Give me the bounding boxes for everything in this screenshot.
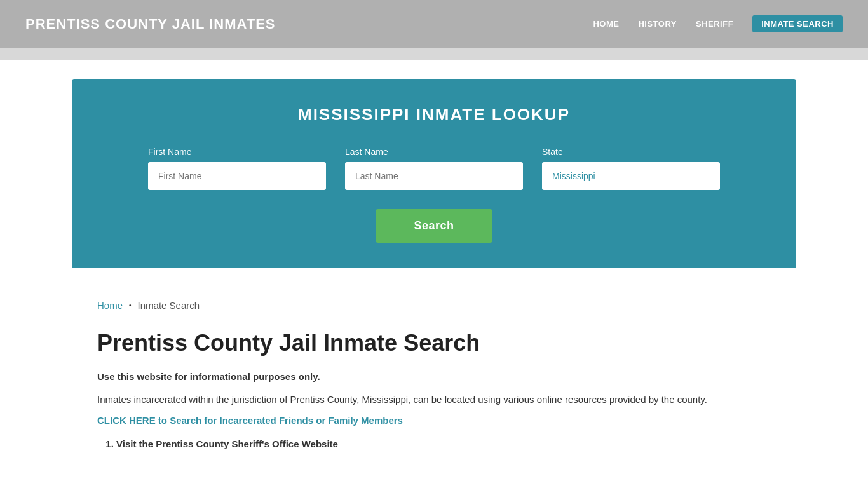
breadcrumb-current: Inmate Search: [138, 300, 200, 311]
state-group: State: [542, 147, 720, 190]
search-fields-container: First Name Last Name State: [110, 147, 758, 190]
list-item-1: Visit the Prentiss County Sheriff's Offi…: [116, 438, 771, 449]
site-title: PRENTISS COUNTY JAIL INMATES: [25, 16, 276, 32]
state-input[interactable]: [542, 162, 720, 190]
click-here-link[interactable]: CLICK HERE to Search for Incarcerated Fr…: [97, 415, 771, 426]
search-section-title: MISSISSIPPI INMATE LOOKUP: [110, 105, 758, 125]
breadcrumb-separator: •: [129, 302, 132, 309]
first-name-input[interactable]: [148, 162, 326, 190]
state-label: State: [542, 147, 720, 157]
main-nav: HOME HISTORY SHERIFF INMATE SEARCH: [593, 15, 843, 32]
steps-list: Visit the Prentiss County Sheriff's Offi…: [97, 438, 771, 449]
last-name-group: Last Name: [345, 147, 523, 190]
first-name-label: First Name: [148, 147, 326, 157]
nav-item-history[interactable]: HISTORY: [638, 19, 677, 29]
search-button[interactable]: Search: [376, 209, 492, 243]
nav-item-home[interactable]: HOME: [593, 19, 619, 29]
breadcrumb-home-link[interactable]: Home: [97, 300, 123, 311]
search-button-wrapper: Search: [110, 209, 758, 243]
search-section: MISSISSIPPI INMATE LOOKUP First Name Las…: [72, 79, 796, 268]
page-title: Prentiss County Jail Inmate Search: [97, 330, 771, 356]
last-name-label: Last Name: [345, 147, 523, 157]
site-header: PRENTISS COUNTY JAIL INMATES HOME HISTOR…: [0, 0, 868, 48]
nav-item-sheriff[interactable]: SHERIFF: [696, 19, 733, 29]
sub-header-bar: [0, 48, 868, 60]
info-paragraph: Inmates incarcerated within the jurisdic…: [97, 392, 771, 407]
breadcrumb: Home • Inmate Search: [97, 300, 771, 311]
last-name-input[interactable]: [345, 162, 523, 190]
main-content: Home • Inmate Search Prentiss County Jai…: [72, 287, 796, 480]
info-text-bold: Use this website for informational purpo…: [97, 369, 771, 384]
first-name-group: First Name: [148, 147, 326, 190]
nav-item-inmate-search[interactable]: INMATE SEARCH: [752, 15, 843, 32]
